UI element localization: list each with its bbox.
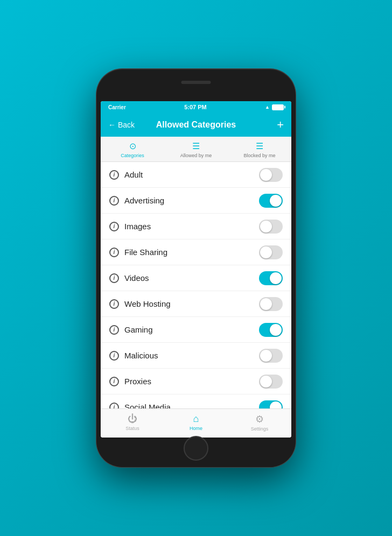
settings-icon: ⚙	[255, 413, 264, 425]
segment-blocked[interactable]: ☰ Blocked by me	[228, 141, 291, 158]
info-icon[interactable]: i	[109, 273, 119, 283]
info-icon[interactable]: i	[109, 248, 119, 257]
tab-status-label: Status	[125, 426, 139, 431]
category-name: Proxies	[124, 377, 259, 386]
category-name: Web Hosting	[124, 299, 259, 308]
phone-device: Carrier 5:07 PM ▲ ← Back Allowed Categor…	[96, 69, 296, 467]
wifi-icon: ▲	[265, 104, 270, 110]
status-icons: ▲	[265, 104, 284, 110]
category-row: iMalicious	[101, 343, 291, 369]
toggle-file-sharing[interactable]	[259, 245, 283, 259]
segment-blocked-label: Blocked by me	[243, 153, 275, 158]
category-row: iVideos	[101, 265, 291, 291]
toggle-knob	[270, 195, 282, 207]
category-name: File Sharing	[124, 248, 259, 257]
phone-screen: Carrier 5:07 PM ▲ ← Back Allowed Categor…	[101, 101, 291, 438]
tab-home[interactable]: ⌂ Home	[164, 409, 228, 435]
toggle-social-media[interactable]	[259, 400, 283, 409]
allowed-icon: ☰	[192, 141, 200, 151]
category-row: iProxies	[101, 369, 291, 394]
info-icon[interactable]: i	[109, 351, 119, 361]
toggle-knob	[270, 324, 282, 336]
category-row: iAdvertising	[101, 188, 291, 214]
status-bar: Carrier 5:07 PM ▲	[101, 101, 291, 113]
categories-icon: ⊙	[129, 141, 136, 151]
tab-status[interactable]: ⏻ Status	[101, 409, 164, 435]
blocked-icon: ☰	[256, 141, 263, 151]
toggle-knob	[270, 401, 282, 409]
nav-title: Allowed Categories	[141, 120, 251, 130]
info-icon[interactable]: i	[109, 403, 119, 409]
segment-bar: ⊙ Categories ☰ Allowed by me ☰ Blocked b…	[101, 137, 291, 162]
home-icon: ⌂	[193, 413, 199, 425]
battery-icon	[272, 104, 284, 110]
tab-settings-label: Settings	[251, 426, 269, 432]
toggle-videos[interactable]	[259, 271, 283, 285]
toggle-images[interactable]	[259, 220, 283, 234]
toggle-advertising[interactable]	[259, 194, 283, 208]
segment-categories-label: Categories	[121, 153, 144, 158]
bottom-tab-bar: ⏻ Status ⌂ Home ⚙ Settings	[101, 408, 291, 438]
carrier-text: Carrier	[108, 104, 126, 110]
toggle-knob	[260, 298, 272, 310]
add-button[interactable]: +	[251, 118, 284, 132]
category-row: iWeb Hosting	[101, 291, 291, 317]
toggle-knob	[260, 350, 272, 362]
category-name: Adult	[124, 170, 259, 179]
toggle-knob	[260, 169, 272, 181]
category-name: Videos	[124, 273, 259, 283]
toggle-knob	[260, 376, 272, 387]
toggle-proxies[interactable]	[259, 375, 283, 389]
power-icon: ⏻	[128, 413, 137, 425]
category-row: iSocial Media	[101, 394, 291, 408]
category-row: iGaming	[101, 317, 291, 343]
info-icon[interactable]: i	[109, 222, 119, 231]
toggle-knob	[270, 272, 282, 284]
segment-allowed-label: Allowed by me	[180, 153, 212, 158]
nav-bar: ← Back Allowed Categories +	[101, 113, 291, 137]
status-time: 5:07 PM	[184, 104, 207, 110]
category-row: iImages	[101, 214, 291, 239]
toggle-knob	[260, 221, 272, 232]
toggle-web-hosting[interactable]	[259, 297, 283, 311]
tab-settings[interactable]: ⚙ Settings	[228, 409, 291, 435]
category-name: Images	[124, 222, 259, 231]
toggle-knob	[260, 246, 272, 258]
category-list: iAdultiAdvertisingiImagesiFile SharingiV…	[101, 162, 291, 408]
toggle-gaming[interactable]	[259, 323, 283, 337]
info-icon[interactable]: i	[109, 377, 119, 386]
info-icon[interactable]: i	[109, 299, 119, 309]
info-icon[interactable]: i	[109, 196, 119, 206]
segment-allowed[interactable]: ☰ Allowed by me	[164, 141, 228, 158]
toggle-adult[interactable]	[259, 168, 283, 182]
category-name: Advertising	[124, 196, 259, 205]
toggle-malicious[interactable]	[259, 349, 283, 363]
info-icon[interactable]: i	[109, 325, 119, 335]
battery-fill	[272, 105, 283, 110]
tab-home-label: Home	[190, 426, 202, 431]
segment-categories[interactable]: ⊙ Categories	[101, 141, 164, 158]
category-name: Malicious	[124, 351, 259, 360]
back-button[interactable]: ← Back	[108, 121, 141, 129]
info-icon[interactable]: i	[109, 170, 119, 180]
category-name: Gaming	[124, 325, 259, 334]
category-row: iAdult	[101, 162, 291, 188]
category-row: iFile Sharing	[101, 239, 291, 265]
category-name: Social Media	[124, 403, 259, 408]
